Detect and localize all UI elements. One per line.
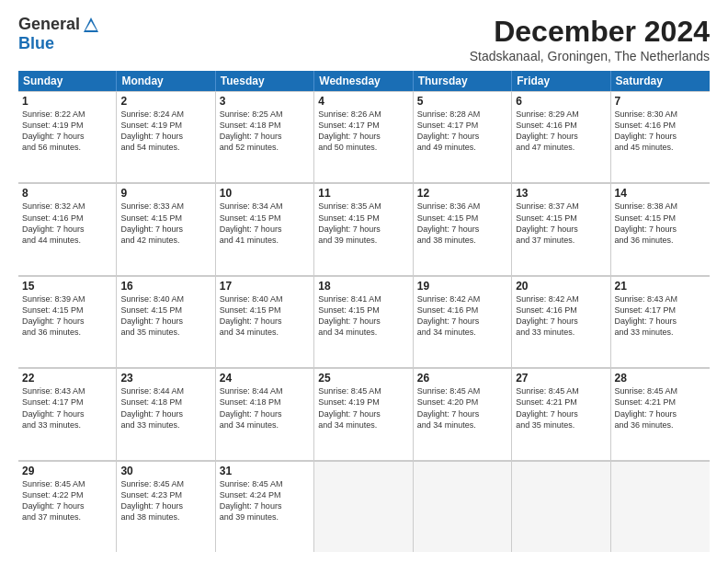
cell-info: Sunrise: 8:45 AMSunset: 4:21 PMDaylight:… (516, 385, 606, 431)
header-day-sunday: Sunday (18, 71, 117, 91)
page: General Blue December 2024 Stadskanaal, … (0, 0, 728, 563)
cal-cell: 3Sunrise: 8:25 AMSunset: 4:18 PMDaylight… (216, 91, 314, 182)
cal-cell: 4Sunrise: 8:26 AMSunset: 4:17 PMDaylight… (314, 91, 413, 182)
cal-cell: 28Sunrise: 8:45 AMSunset: 4:21 PMDayligh… (611, 368, 710, 459)
day-number: 11 (318, 187, 408, 200)
cal-cell: 16Sunrise: 8:40 AMSunset: 4:15 PMDayligh… (117, 276, 215, 367)
cell-info: Sunrise: 8:44 AMSunset: 4:18 PMDaylight:… (220, 385, 310, 431)
cell-info: Sunrise: 8:45 AMSunset: 4:23 PMDaylight:… (120, 478, 210, 523)
cell-info: Sunrise: 8:45 AMSunset: 4:22 PMDaylight:… (22, 478, 112, 523)
day-number: 6 (516, 95, 606, 108)
day-number: 16 (120, 280, 210, 293)
cal-cell: 1Sunrise: 8:22 AMSunset: 4:19 PMDaylight… (18, 91, 117, 182)
cal-cell: 9Sunrise: 8:33 AMSunset: 4:15 PMDaylight… (117, 183, 215, 274)
header: General Blue December 2024 Stadskanaal, … (18, 15, 710, 63)
cell-info: Sunrise: 8:33 AMSunset: 4:15 PMDaylight:… (120, 201, 210, 246)
day-number: 31 (220, 465, 310, 477)
week-row-2: 8Sunrise: 8:32 AMSunset: 4:16 PMDaylight… (18, 183, 710, 275)
day-number: 14 (615, 187, 706, 200)
cal-cell: 27Sunrise: 8:45 AMSunset: 4:21 PMDayligh… (512, 368, 610, 459)
day-number: 26 (417, 372, 507, 385)
header-day-tuesday: Tuesday (216, 71, 314, 91)
day-number: 15 (22, 280, 112, 293)
cal-cell: 6Sunrise: 8:29 AMSunset: 4:16 PMDaylight… (512, 91, 610, 182)
cal-cell: 25Sunrise: 8:45 AMSunset: 4:19 PMDayligh… (314, 368, 413, 459)
day-number: 20 (516, 280, 606, 293)
day-number: 9 (120, 187, 210, 200)
day-number: 1 (22, 95, 112, 108)
day-number: 18 (318, 280, 408, 293)
cell-info: Sunrise: 8:45 AMSunset: 4:24 PMDaylight:… (220, 478, 310, 523)
day-number: 5 (417, 95, 507, 108)
day-number: 21 (615, 280, 706, 293)
cal-cell: 19Sunrise: 8:42 AMSunset: 4:16 PMDayligh… (414, 276, 512, 367)
location: Stadskanaal, Groningen, The Netherlands (470, 49, 710, 63)
day-number: 8 (22, 187, 112, 200)
cal-cell: 8Sunrise: 8:32 AMSunset: 4:16 PMDaylight… (18, 183, 117, 274)
week-row-5: 29Sunrise: 8:45 AMSunset: 4:22 PMDayligh… (18, 461, 710, 552)
header-day-friday: Friday (512, 71, 610, 91)
cal-cell: 31Sunrise: 8:45 AMSunset: 4:24 PMDayligh… (216, 461, 314, 552)
cell-info: Sunrise: 8:22 AMSunset: 4:19 PMDaylight:… (22, 109, 112, 154)
cal-cell: 10Sunrise: 8:34 AMSunset: 4:15 PMDayligh… (216, 183, 314, 274)
logo: General Blue (18, 15, 100, 53)
header-day-thursday: Thursday (414, 71, 512, 91)
cell-info: Sunrise: 8:44 AMSunset: 4:18 PMDaylight:… (120, 385, 210, 431)
cal-cell: 24Sunrise: 8:44 AMSunset: 4:18 PMDayligh… (216, 368, 314, 459)
day-number: 25 (318, 372, 408, 385)
calendar-body: 1Sunrise: 8:22 AMSunset: 4:19 PMDaylight… (18, 91, 710, 552)
cal-cell: 5Sunrise: 8:28 AMSunset: 4:17 PMDaylight… (414, 91, 512, 182)
day-number: 29 (22, 465, 112, 477)
day-number: 7 (615, 95, 706, 108)
header-day-monday: Monday (117, 71, 215, 91)
cal-cell (512, 461, 610, 552)
logo-icon (82, 16, 100, 34)
cell-info: Sunrise: 8:45 AMSunset: 4:20 PMDaylight:… (417, 385, 507, 431)
day-number: 23 (120, 372, 210, 385)
cal-cell: 17Sunrise: 8:40 AMSunset: 4:15 PMDayligh… (216, 276, 314, 367)
cal-cell: 30Sunrise: 8:45 AMSunset: 4:23 PMDayligh… (117, 461, 215, 552)
logo-blue-text: Blue (18, 34, 54, 53)
day-number: 22 (22, 372, 112, 385)
header-day-wednesday: Wednesday (314, 71, 413, 91)
day-number: 13 (516, 187, 606, 200)
day-number: 28 (615, 372, 706, 385)
cell-info: Sunrise: 8:40 AMSunset: 4:15 PMDaylight:… (220, 293, 310, 339)
cal-cell: 20Sunrise: 8:42 AMSunset: 4:16 PMDayligh… (512, 276, 610, 367)
cell-info: Sunrise: 8:34 AMSunset: 4:15 PMDaylight:… (220, 201, 310, 246)
week-row-4: 22Sunrise: 8:43 AMSunset: 4:17 PMDayligh… (18, 368, 710, 460)
cell-info: Sunrise: 8:32 AMSunset: 4:16 PMDaylight:… (22, 201, 112, 246)
day-number: 24 (220, 372, 310, 385)
day-number: 27 (516, 372, 606, 385)
cal-cell (414, 461, 512, 552)
cell-info: Sunrise: 8:43 AMSunset: 4:17 PMDaylight:… (22, 385, 112, 431)
week-row-1: 1Sunrise: 8:22 AMSunset: 4:19 PMDaylight… (18, 91, 710, 183)
cal-cell: 22Sunrise: 8:43 AMSunset: 4:17 PMDayligh… (18, 368, 117, 459)
cell-info: Sunrise: 8:24 AMSunset: 4:19 PMDaylight:… (120, 109, 210, 154)
cal-cell: 2Sunrise: 8:24 AMSunset: 4:19 PMDaylight… (117, 91, 215, 182)
cell-info: Sunrise: 8:29 AMSunset: 4:16 PMDaylight:… (516, 109, 606, 154)
title-section: December 2024 Stadskanaal, Groningen, Th… (470, 15, 710, 63)
cell-info: Sunrise: 8:39 AMSunset: 4:15 PMDaylight:… (22, 293, 112, 339)
cal-cell: 13Sunrise: 8:37 AMSunset: 4:15 PMDayligh… (512, 183, 610, 274)
day-number: 4 (318, 95, 408, 108)
calendar-header: SundayMondayTuesdayWednesdayThursdayFrid… (18, 71, 710, 91)
day-number: 3 (220, 95, 310, 108)
cell-info: Sunrise: 8:43 AMSunset: 4:17 PMDaylight:… (615, 293, 706, 339)
cell-info: Sunrise: 8:25 AMSunset: 4:18 PMDaylight:… (220, 109, 310, 154)
day-number: 17 (220, 280, 310, 293)
cell-info: Sunrise: 8:45 AMSunset: 4:21 PMDaylight:… (615, 385, 706, 431)
header-day-saturday: Saturday (611, 71, 710, 91)
cal-cell: 11Sunrise: 8:35 AMSunset: 4:15 PMDayligh… (314, 183, 413, 274)
cell-info: Sunrise: 8:42 AMSunset: 4:16 PMDaylight:… (417, 293, 507, 339)
cal-cell: 26Sunrise: 8:45 AMSunset: 4:20 PMDayligh… (414, 368, 512, 459)
cell-info: Sunrise: 8:28 AMSunset: 4:17 PMDaylight:… (417, 109, 507, 154)
cell-info: Sunrise: 8:35 AMSunset: 4:15 PMDaylight:… (318, 201, 408, 246)
month-title: December 2024 (470, 15, 710, 49)
cal-cell: 29Sunrise: 8:45 AMSunset: 4:22 PMDayligh… (18, 461, 117, 552)
cell-info: Sunrise: 8:45 AMSunset: 4:19 PMDaylight:… (318, 385, 408, 431)
cal-cell: 18Sunrise: 8:41 AMSunset: 4:15 PMDayligh… (314, 276, 413, 367)
cell-info: Sunrise: 8:38 AMSunset: 4:15 PMDaylight:… (615, 201, 706, 246)
cal-cell (314, 461, 413, 552)
cal-cell: 12Sunrise: 8:36 AMSunset: 4:15 PMDayligh… (414, 183, 512, 274)
